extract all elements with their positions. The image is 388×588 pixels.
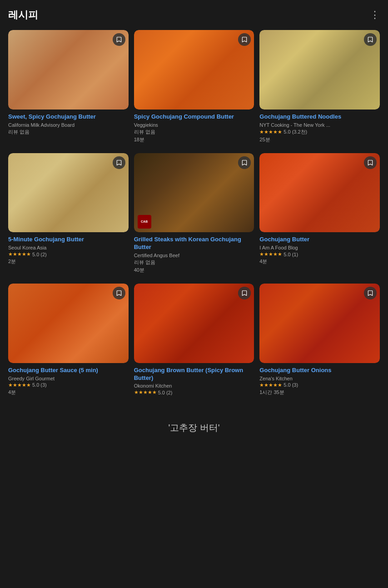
- rating-value: 5.0: [158, 390, 165, 395]
- recipe-source: Greedy Girl Gourmet: [8, 376, 129, 381]
- recipe-title: Sweet, Spicy Gochujang Butter: [8, 113, 129, 121]
- recipe-card[interactable]: Gochujang Butter Sauce (5 min) Greedy Gi…: [5, 281, 131, 404]
- stars-icon: ★★★★★: [8, 251, 31, 257]
- rating-value: 5.0: [284, 252, 290, 257]
- recipe-card[interactable]: CAB Grilled Steaks with Korean Gochujang…: [131, 150, 257, 281]
- recipe-time: 18분: [134, 136, 254, 143]
- recipe-rating: ★★★★★ 5.0 (3): [8, 382, 129, 388]
- stars-icon: ★★★★★: [259, 129, 282, 135]
- bookmark-button[interactable]: [364, 156, 377, 169]
- bookmark-button[interactable]: [364, 287, 377, 299]
- bookmark-button[interactable]: [238, 156, 251, 169]
- recipe-rating: ★★★★★ 5.0 (1): [259, 251, 380, 257]
- recipe-time: 4분: [259, 258, 380, 265]
- recipe-image: [134, 284, 254, 363]
- rating-count: (2): [166, 390, 172, 395]
- recipe-time: 2분: [8, 258, 129, 265]
- stars-icon: ★★★★★: [259, 382, 282, 388]
- rating-value: 5.0: [32, 252, 39, 257]
- recipe-rating: ★★★★★ 5.0 (2): [134, 389, 254, 395]
- recipe-title: Spicy Gochujang Compound Butter: [134, 113, 254, 121]
- recipe-card[interactable]: Sweet, Spicy Gochujang Butter California…: [5, 27, 131, 150]
- page-title: 레시피: [8, 8, 38, 22]
- rating-value: 5.0: [32, 382, 39, 388]
- recipe-card[interactable]: Gochujang Brown Butter (Spicy Brown Butt…: [131, 281, 257, 404]
- bookmark-button[interactable]: [113, 156, 125, 169]
- recipe-card[interactable]: Gochujang Buttered Noodles NYT Cooking -…: [257, 27, 383, 150]
- recipe-time: 25분: [259, 136, 380, 143]
- recipe-image: [8, 30, 129, 110]
- recipe-rating: ★★★★★ 5.0 (3.2천): [259, 129, 380, 135]
- recipe-grid: Sweet, Spicy Gochujang Butter California…: [0, 27, 388, 404]
- recipe-image: CAB: [134, 153, 254, 233]
- recipe-card[interactable]: Gochujang Butter I Am A Food Blog ★★★★★ …: [257, 150, 383, 281]
- recipe-title: Gochujang Brown Butter (Spicy Brown Butt…: [134, 367, 254, 382]
- recipe-source: California Milk Advisory Board: [8, 122, 129, 128]
- recipe-time: 4분: [8, 389, 129, 396]
- food-photo: [259, 153, 380, 233]
- bookmark-button[interactable]: [113, 287, 125, 299]
- rating-count: (3): [292, 382, 298, 388]
- recipe-title: Grilled Steaks with Korean Gochujang But…: [134, 236, 254, 251]
- bookmark-button[interactable]: [113, 33, 125, 46]
- rating-count: (3): [40, 382, 46, 388]
- recipe-source: Okonomi Kitchen: [134, 383, 254, 389]
- food-photo: [134, 284, 254, 363]
- food-photo: [134, 153, 254, 233]
- recipe-image: [8, 153, 129, 233]
- recipe-card[interactable]: 5-Minute Gochujang Butter Seoul Korea As…: [5, 150, 131, 281]
- recipe-source: Veggiekins: [134, 122, 254, 128]
- food-photo: [134, 30, 254, 110]
- no-review: 리뷰 없음: [134, 129, 254, 135]
- food-photo: [8, 284, 129, 363]
- bookmark-button[interactable]: [364, 33, 377, 46]
- recipe-title: Gochujang Buttered Noodles: [259, 113, 380, 121]
- stars-icon: ★★★★★: [259, 251, 282, 257]
- recipe-title: Gochujang Butter: [259, 236, 380, 244]
- recipe-source: NYT Cooking - The New York ...: [259, 122, 380, 128]
- food-photo: [259, 284, 380, 363]
- food-photo: [259, 30, 380, 110]
- no-review: 리뷰 없음: [8, 129, 129, 135]
- recipe-source: Zena's Kitchen: [259, 376, 380, 381]
- recipe-rating: ★★★★★ 5.0 (3): [259, 382, 380, 388]
- recipe-title: 5-Minute Gochujang Butter: [8, 236, 129, 244]
- recipe-source: Seoul Korea Asia: [8, 245, 129, 250]
- recipe-source: Certified Angus Beef: [134, 253, 254, 258]
- recipe-card[interactable]: Spicy Gochujang Compound Butter Veggieki…: [131, 27, 257, 150]
- recipe-image: [259, 30, 380, 110]
- stars-icon: ★★★★★: [134, 389, 157, 395]
- recipe-image: [259, 284, 380, 363]
- recipe-image: [134, 30, 254, 110]
- recipe-source: I Am A Food Blog: [259, 245, 380, 250]
- recipe-image: [8, 284, 129, 363]
- recipe-time: 1시간 35분: [259, 389, 380, 396]
- rating-value: 5.0: [284, 382, 290, 388]
- certified-badge: CAB: [138, 215, 151, 229]
- page: 레시피 ⋮ Sweet, Spicy Gochujang Butter Cali…: [0, 0, 388, 461]
- rating-value: 5.0: [284, 129, 290, 135]
- recipe-time: 40분: [134, 267, 254, 274]
- food-photo: [8, 30, 129, 110]
- no-review: 리뷰 없음: [134, 259, 254, 266]
- recipe-title: Gochujang Butter Onions: [259, 367, 380, 374]
- recipe-card[interactable]: Gochujang Butter Onions Zena's Kitchen ★…: [257, 281, 383, 404]
- stars-icon: ★★★★★: [8, 382, 31, 388]
- rating-count: (1): [292, 252, 298, 257]
- search-query-text: '고추장 버터': [0, 422, 388, 434]
- recipe-image: [259, 153, 380, 233]
- rating-count: (3.2천): [292, 129, 308, 135]
- more-options-icon[interactable]: ⋮: [370, 9, 380, 21]
- rating-count: (2): [40, 252, 46, 257]
- header: 레시피 ⋮: [0, 0, 388, 27]
- recipe-rating: ★★★★★ 5.0 (2): [8, 251, 129, 257]
- food-photo: [8, 153, 129, 233]
- recipe-title: Gochujang Butter Sauce (5 min): [8, 367, 129, 374]
